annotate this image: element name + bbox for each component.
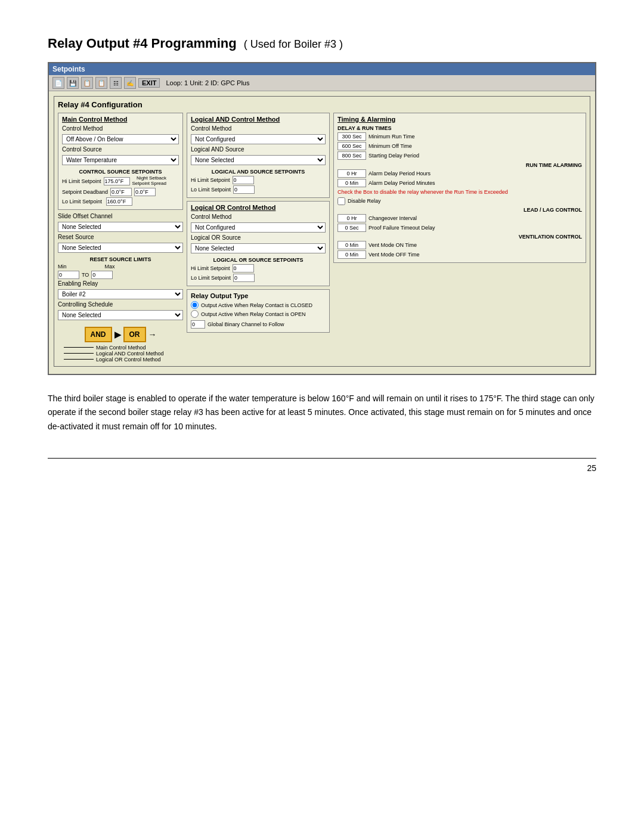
or-source-dropdown[interactable]: None Selected — [191, 243, 326, 253]
hi-limit-input[interactable] — [104, 177, 130, 185]
toolbar-icon-4[interactable]: 📋 — [95, 77, 107, 89]
proof-failure-label: Proof Failure Timeout Delay — [369, 225, 435, 231]
disable-relay-checkbox[interactable] — [338, 197, 345, 205]
start-delay-row: 800 Sec Starting Delay Period — [338, 151, 582, 160]
rot-radio-2-row[interactable]: Output Active When Relay Contact is OPEN — [191, 310, 326, 318]
lo-limit-input[interactable] — [106, 197, 132, 206]
or-lo-limit-label: Lo Limit Setpoint — [191, 275, 231, 281]
reset-max-input[interactable] — [91, 271, 113, 279]
relay-output-type-box: Relay Output Type Output Active When Rel… — [187, 289, 330, 333]
disable-relay-checkbox-row[interactable]: Disable Relay — [338, 197, 582, 205]
and-hi-limit-label: Hi Limit Setpoint — [191, 177, 230, 183]
or-logic-label: Logical OR Control Method — [96, 357, 161, 363]
main-logic-label: Main Control Method — [96, 345, 146, 351]
control-source-dropdown[interactable]: Water Temperature — [62, 155, 179, 165]
control-method-dropdown[interactable]: Off Above / On Below — [62, 134, 179, 144]
toolbar-icon-3[interactable]: 📋 — [81, 77, 93, 89]
rot-option2-label: Output Active When Relay Contact is OPEN — [201, 311, 306, 317]
alarm-delay-min-label: Alarm Delay Period Minutes — [369, 180, 435, 186]
rot-option1-label: Output Active When Relay Contact is CLOS… — [201, 302, 312, 308]
min-run-time-label: Minimum Run Time — [369, 134, 415, 140]
rot-radio-open[interactable] — [191, 310, 199, 318]
reset-source-dropdown[interactable]: None Selected — [58, 243, 183, 253]
control-source-label: Control Source — [62, 146, 179, 153]
reset-min-input[interactable] — [58, 271, 79, 279]
and-lo-limit-label: Lo Limit Setpoint — [191, 187, 231, 193]
alarm-delay-hours-value: 0 Hr — [338, 169, 366, 178]
or-lo-limit-input[interactable] — [233, 274, 255, 282]
slide-offset-dropdown[interactable]: None Selected — [58, 222, 183, 232]
arrow-right-icon: → — [148, 330, 157, 339]
col-main: Main Control Method Control Method Off A… — [58, 113, 183, 363]
timing-group: Timing & Alarming DELAY & RUN TIMES 300 … — [333, 113, 586, 263]
and-logic-label-row: Logical AND Control Method — [64, 351, 183, 357]
or-gate: OR — [123, 327, 146, 342]
global-binary-input[interactable] — [191, 320, 205, 329]
main-control-group: Main Control Method Control Method Off A… — [58, 113, 183, 210]
or-logic-line — [64, 359, 94, 360]
rot-radio-closed[interactable] — [191, 301, 199, 309]
hi-limit-row: Hi Limit Setpoint Night SetbackSetpoint … — [62, 176, 179, 187]
vent-off-value: 0 Min — [338, 250, 366, 259]
deadband-input2[interactable] — [134, 188, 156, 196]
toolbar-icon-2[interactable]: 💾 — [67, 77, 79, 89]
enabling-relay-dropdown[interactable]: Boiler #2 — [58, 289, 183, 299]
min-label: Min — [58, 264, 67, 270]
proof-failure-value: 0 Sec — [338, 224, 366, 232]
logical-or-title: Logical OR Control Method — [191, 204, 326, 211]
main-logic-line — [64, 347, 94, 348]
rot-radio-1-row[interactable]: Output Active When Relay Contact is CLOS… — [191, 301, 326, 309]
vent-off-label: Vent Mode OFF Time — [369, 252, 420, 258]
and-gate: AND — [85, 327, 112, 342]
exit-button[interactable]: EXIT — [138, 78, 160, 88]
reset-to-label: TO — [82, 272, 89, 278]
max-label: Max — [105, 264, 115, 270]
and-hi-limit-input[interactable] — [233, 176, 254, 184]
toolbar-icon-1[interactable]: 📄 — [52, 77, 64, 89]
window-titlebar: Setpoints — [49, 63, 595, 75]
alarm-delay-min-value: 0 Min — [338, 179, 366, 187]
rot-title: Relay Output Type — [191, 292, 326, 299]
three-col-layout: Main Control Method Control Method Off A… — [58, 113, 586, 363]
and-source-dropdown[interactable]: None Selected — [191, 155, 326, 165]
and-lo-limit-input[interactable] — [233, 185, 255, 194]
reset-limits-title: RESET SOURCE LIMITS — [58, 256, 183, 262]
vent-on-label: Vent Mode ON Time — [369, 242, 417, 248]
or-source-label: Logical OR Source — [191, 234, 326, 241]
and-lo-limit-row: Lo Limit Setpoint — [191, 185, 326, 194]
window-toolbar: 📄 💾 📋 📋 ☷ ✍ EXIT Loop: 1 Unit: 2 ID: GPC… — [49, 75, 595, 91]
col-right: Timing & Alarming DELAY & RUN TIMES 300 … — [333, 113, 586, 263]
logical-or-group: Logical OR Control Method Control Method… — [187, 201, 330, 286]
and-setpoints-title: LOGICAL AND SOURCE SETPOINTS — [191, 169, 326, 175]
timing-title: Timing & Alarming — [338, 116, 582, 123]
controlling-schedule-dropdown[interactable]: None Selected — [58, 310, 183, 320]
disable-relay-text: Check the Box to disable the relay whene… — [338, 189, 582, 196]
or-logic-label-row: Logical OR Control Method — [64, 357, 183, 363]
and-control-method-dropdown[interactable]: Not Configured — [191, 134, 326, 144]
deadband-label: Setpoint Deadband — [62, 189, 108, 195]
or-control-method-dropdown[interactable]: Not Configured — [191, 222, 326, 233]
changeover-label: Changeover Interval — [369, 215, 417, 221]
toolbar-loop-info: Loop: 1 Unit: 2 ID: GPC Plus — [166, 79, 249, 86]
or-setpoints-title: LOGICAL OR SOURCE SETPOINTS — [191, 257, 326, 263]
hi-limit-label: Hi Limit Setpoint — [62, 178, 101, 184]
arrow-icon: ▶ — [114, 330, 121, 339]
setpoints-title: CONTROL SOURCE SETPOINTS — [62, 169, 179, 175]
or-hi-limit-input[interactable] — [233, 264, 254, 272]
min-off-time-row: 600 Sec Minimum Off Time — [338, 142, 582, 150]
deadband-input1[interactable] — [110, 188, 132, 196]
toolbar-icon-6[interactable]: ✍ — [124, 77, 136, 89]
or-lo-limit-row: Lo Limit Setpoint — [191, 274, 326, 282]
toolbar-icon-5[interactable]: ☷ — [110, 77, 122, 89]
min-run-time-value: 300 Sec — [338, 132, 366, 141]
min-off-time-value: 600 Sec — [338, 142, 366, 150]
global-binary-label: Global Binary Channel to Follow — [208, 321, 284, 327]
alarm-delay-hours-row: 0 Hr Alarm Delay Period Hours — [338, 169, 582, 178]
changeover-row: 0 Hr Changeover Interval — [338, 214, 582, 222]
start-delay-label: Starting Delay Period — [369, 153, 419, 159]
vent-on-row: 0 Min Vent Mode ON Time — [338, 241, 582, 249]
alarm-delay-hours-label: Alarm Delay Period Hours — [369, 171, 431, 176]
main-logic-label-row: Main Control Method — [64, 345, 183, 351]
and-source-label: Logical AND Source — [191, 146, 326, 153]
proof-failure-row: 0 Sec Proof Failure Timeout Delay — [338, 224, 582, 232]
